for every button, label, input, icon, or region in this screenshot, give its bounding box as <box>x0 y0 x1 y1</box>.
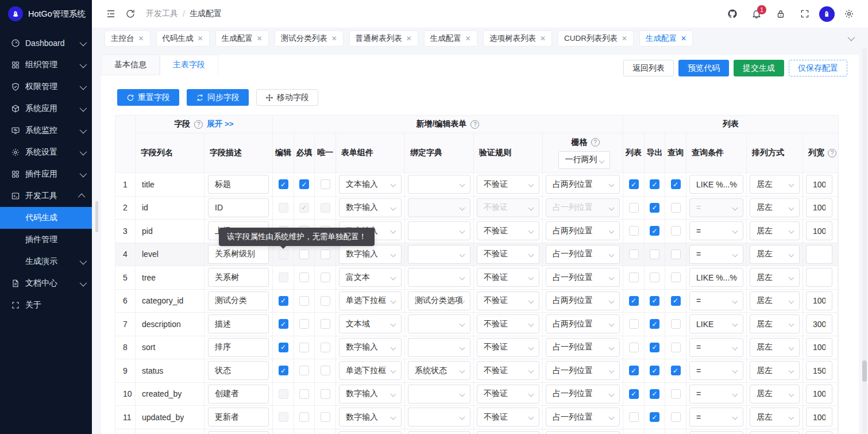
width-input[interactable] <box>806 268 832 287</box>
tab-main-table-fields[interactable]: 主表字段 <box>160 55 218 75</box>
component-select[interactable]: 数字输入 <box>339 408 402 427</box>
tab-chip[interactable]: 生成配置✕ <box>424 30 477 47</box>
query-checkbox[interactable]: ✓ <box>671 179 681 189</box>
sidebar-item-m2[interactable]: 权限管理 <box>0 76 92 98</box>
export-checkbox[interactable]: ✓ <box>650 412 659 422</box>
width-help-icon[interactable]: ? <box>828 149 836 158</box>
component-select[interactable]: 数字输入 <box>339 385 402 404</box>
grid-select[interactable]: 占两列位置 <box>546 291 620 310</box>
list-checkbox[interactable] <box>629 343 639 352</box>
close-tab-icon[interactable]: ✕ <box>622 34 627 43</box>
component-select[interactable]: 富文本 <box>339 268 402 287</box>
tab-chip[interactable]: CUDR列表列表✕ <box>558 30 634 47</box>
field-desc-input[interactable] <box>208 198 269 217</box>
close-tab-icon[interactable]: ✕ <box>331 34 337 43</box>
sidebar-item-m6[interactable]: 插件应用 <box>0 163 92 185</box>
form-help-icon[interactable]: ? <box>470 120 479 129</box>
field-desc-input[interactable] <box>208 314 269 333</box>
grid-select[interactable]: 占两列位置 <box>546 314 620 333</box>
align-select[interactable]: 居左 <box>750 175 800 194</box>
rule-select[interactable]: 不验证 <box>477 314 539 333</box>
export-checkbox[interactable] <box>650 272 659 282</box>
grid-select[interactable]: 占两列位置 <box>546 175 620 194</box>
required-checkbox[interactable] <box>299 319 309 329</box>
rule-select[interactable]: 不验证 <box>477 245 539 264</box>
tab-chip[interactable]: 生成配置✕ <box>215 30 269 47</box>
sidebar-item-m10[interactable]: 生成演示 <box>0 251 92 272</box>
github-icon[interactable] <box>723 4 742 24</box>
submit-generate-button[interactable]: 提交生成 <box>734 60 784 76</box>
list-checkbox[interactable] <box>629 203 639 213</box>
user-avatar[interactable] <box>819 6 835 22</box>
component-select[interactable]: 单选下拉框 <box>339 291 402 310</box>
required-checkbox[interactable] <box>299 296 309 306</box>
close-tab-icon[interactable]: ✕ <box>198 34 203 43</box>
width-input[interactable] <box>806 175 832 194</box>
required-checkbox[interactable] <box>299 272 309 282</box>
field-desc-input[interactable] <box>208 431 269 434</box>
component-select[interactable]: 文本域 <box>339 314 402 333</box>
query-cond-select[interactable]: LIKE <box>689 314 743 333</box>
field-desc-input[interactable] <box>208 408 269 427</box>
sidebar-item-m8[interactable]: 代码生成 <box>0 207 92 229</box>
sidebar-item-m7[interactable]: 开发工具 <box>0 185 92 207</box>
width-input[interactable] <box>806 291 832 310</box>
dict-select[interactable] <box>408 408 470 427</box>
scrollbar-track[interactable] <box>862 48 867 434</box>
query-cond-select[interactable]: = <box>689 245 743 264</box>
export-checkbox[interactable]: ✓ <box>650 319 659 329</box>
sidebar-item-m4[interactable]: 系统监控 <box>0 120 92 141</box>
dict-select[interactable] <box>408 385 470 404</box>
component-select[interactable]: 单选下拉框 <box>339 361 402 380</box>
grid-layout-select[interactable]: 一行两列 <box>558 151 610 169</box>
export-checkbox[interactable]: ✓ <box>650 343 659 352</box>
edit-checkbox[interactable]: ✓ <box>279 296 288 306</box>
query-checkbox[interactable] <box>671 272 681 282</box>
align-select[interactable]: 居左 <box>750 221 800 240</box>
required-checkbox[interactable] <box>299 389 309 399</box>
grid-select[interactable]: 占一列位置 <box>546 268 620 287</box>
dict-select[interactable] <box>408 245 470 264</box>
grid-select[interactable]: 占一列位置 <box>546 338 620 357</box>
close-tab-icon[interactable]: ✕ <box>406 34 412 43</box>
sidebar-item-m12[interactable]: 关于 <box>0 294 92 316</box>
width-input[interactable] <box>806 245 832 264</box>
back-to-list-button[interactable]: 返回列表 <box>623 60 674 76</box>
component-select[interactable]: 文本输入 <box>339 175 402 194</box>
grid-select[interactable]: 占一列位置 <box>546 408 620 427</box>
unique-checkbox[interactable] <box>321 412 330 422</box>
query-checkbox[interactable]: ✓ <box>671 366 681 375</box>
dict-select[interactable]: 测试分类选项 <box>408 291 470 310</box>
export-checkbox[interactable]: ✓ <box>650 389 659 399</box>
dict-select[interactable] <box>408 338 470 357</box>
align-select[interactable] <box>750 431 800 434</box>
rule-select[interactable]: 不验证 <box>477 385 539 404</box>
grid-help-icon[interactable]: ? <box>591 138 600 147</box>
expand-link[interactable]: 展开 >> <box>207 119 234 129</box>
app-logo[interactable]: HotGo管理系统 <box>0 0 92 28</box>
query-checkbox[interactable] <box>671 203 681 213</box>
unique-checkbox[interactable] <box>321 296 330 306</box>
component-select[interactable] <box>339 431 402 434</box>
field-desc-input[interactable] <box>208 175 269 194</box>
unique-checkbox[interactable] <box>321 249 330 259</box>
width-input[interactable] <box>806 314 832 333</box>
sidebar-item-m9[interactable]: 插件管理 <box>0 229 92 251</box>
close-tab-icon[interactable]: ✕ <box>465 34 471 43</box>
list-checkbox[interactable]: ✓ <box>629 366 639 375</box>
list-checkbox[interactable] <box>629 249 639 259</box>
grid-select[interactable]: 占一列位置 <box>546 361 620 380</box>
query-checkbox[interactable]: ✓ <box>671 296 681 306</box>
move-field-button[interactable]: 移动字段 <box>256 89 318 106</box>
tab-chip[interactable]: 代码生成✕ <box>156 30 210 47</box>
export-checkbox[interactable]: ✓ <box>650 226 659 236</box>
required-checkbox[interactable] <box>299 249 309 259</box>
list-checkbox[interactable]: ✓ <box>629 179 639 189</box>
required-checkbox[interactable] <box>299 412 309 422</box>
field-help-icon[interactable]: ? <box>194 120 203 129</box>
sidebar-item-m3[interactable]: 系统应用 <box>0 98 92 120</box>
required-checkbox[interactable]: ✓ <box>299 179 309 189</box>
component-select[interactable]: 数字输入 <box>339 198 402 217</box>
dict-select[interactable] <box>408 268 470 287</box>
query-checkbox[interactable] <box>671 249 681 259</box>
